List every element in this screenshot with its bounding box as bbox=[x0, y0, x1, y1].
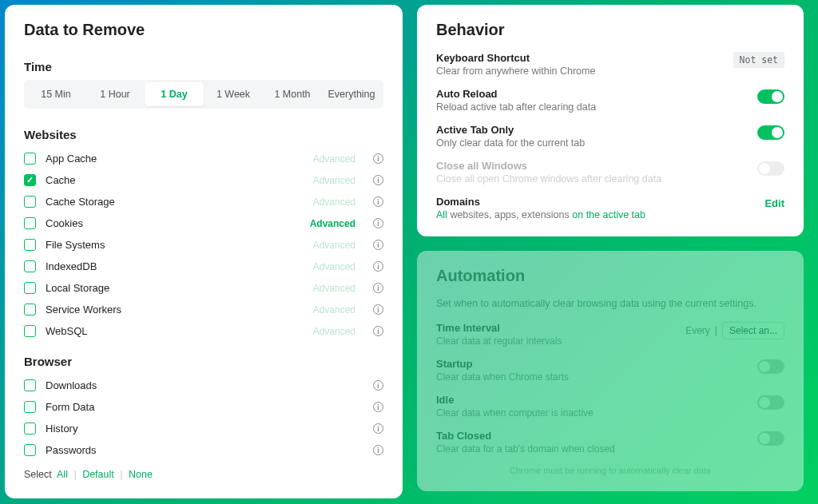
option-label: Cache bbox=[46, 174, 304, 186]
automation-panel: Automation Set when to automatically cle… bbox=[417, 251, 804, 491]
keyboard-shortcut-row: Keyboard Shortcut Clear from anywhere wi… bbox=[436, 52, 784, 77]
info-icon[interactable]: i bbox=[373, 283, 383, 293]
select-none-link[interactable]: None bbox=[129, 469, 153, 480]
checkbox[interactable] bbox=[24, 239, 36, 251]
time-section-label: Time bbox=[24, 60, 383, 73]
checkbox[interactable] bbox=[24, 196, 36, 208]
advanced-tag: Advanced bbox=[313, 283, 355, 294]
info-icon[interactable]: i bbox=[373, 196, 383, 207]
time-option-1-hour[interactable]: 1 Hour bbox=[85, 82, 145, 106]
checkbox[interactable] bbox=[24, 260, 36, 272]
idle-title: Idle bbox=[436, 394, 749, 406]
website-option-websql: WebSQLAdvancedi bbox=[24, 320, 383, 342]
info-icon[interactable]: i bbox=[373, 218, 383, 228]
tab-closed-row: Tab Closed Clear data for a tab's domain… bbox=[436, 430, 784, 454]
active-tab-row: Active Tab Only Only clear data for the … bbox=[436, 124, 784, 149]
behavior-title: Behavior bbox=[436, 21, 784, 39]
checkbox[interactable] bbox=[24, 325, 36, 337]
close-windows-toggle bbox=[757, 161, 784, 176]
info-icon[interactable]: i bbox=[373, 445, 383, 455]
websites-section-label: Websites bbox=[24, 128, 383, 141]
website-option-app-cache: App CacheAdvancedi bbox=[24, 148, 383, 169]
time-interval-sub: Clear data at regular intervals bbox=[436, 335, 677, 347]
checkbox[interactable] bbox=[24, 379, 36, 391]
websites-list: App CacheAdvancediCacheAdvancediCache St… bbox=[24, 148, 383, 342]
startup-toggle[interactable] bbox=[757, 359, 784, 374]
option-label: File Systems bbox=[46, 239, 304, 251]
info-icon[interactable]: i bbox=[373, 326, 383, 336]
close-windows-row: Close all Windows Close all open Chrome … bbox=[436, 160, 784, 185]
advanced-tag: Advanced bbox=[313, 304, 355, 315]
checkbox[interactable] bbox=[24, 444, 36, 456]
close-windows-sub: Close all open Chrome windows after clea… bbox=[436, 173, 749, 185]
time-interval-title: Time Interval bbox=[436, 322, 677, 334]
active-tab-sub: Only clear data for the current tab bbox=[436, 137, 749, 149]
option-label: Local Storage bbox=[46, 282, 304, 294]
website-option-cache: CacheAdvancedi bbox=[24, 169, 383, 191]
advanced-tag: Advanced bbox=[313, 326, 355, 337]
time-option-1-week[interactable]: 1 Week bbox=[204, 82, 263, 106]
automation-title: Automation bbox=[436, 267, 784, 285]
time-option-everything[interactable]: Everything bbox=[322, 82, 381, 106]
info-icon[interactable]: i bbox=[373, 304, 383, 315]
keyboard-shortcut-sub: Clear from anywhere within Chrome bbox=[436, 65, 725, 77]
keyboard-shortcut-title: Keyboard Shortcut bbox=[436, 52, 725, 64]
time-interval-row: Time Interval Clear data at regular inte… bbox=[436, 322, 784, 347]
browser-option-history: Historyi bbox=[24, 418, 383, 439]
startup-sub: Clear data when Chrome starts bbox=[436, 371, 749, 383]
option-label: Form Data bbox=[46, 401, 363, 413]
browser-option-form-data: Form Datai bbox=[24, 396, 383, 418]
domains-sub: All websites, apps, extensions on the ac… bbox=[436, 209, 756, 220]
startup-row: Startup Clear data when Chrome starts bbox=[436, 358, 784, 383]
domains-title: Domains bbox=[436, 196, 756, 208]
browser-list: DownloadsiForm DataiHistoryiPasswordsi bbox=[24, 375, 383, 461]
advanced-tag: Advanced bbox=[313, 261, 355, 272]
auto-reload-title: Auto Reload bbox=[436, 88, 749, 100]
advanced-tag: Advanced bbox=[313, 175, 355, 186]
info-icon[interactable]: i bbox=[373, 380, 383, 391]
time-option-15-min[interactable]: 15 Min bbox=[26, 82, 85, 106]
time-range-segmented: 15 Min1 Hour1 Day1 Week1 MonthEverything bbox=[24, 80, 383, 109]
panel-title: Data to Remove bbox=[24, 21, 383, 39]
website-option-service-workers: Service WorkersAdvancedi bbox=[24, 299, 383, 320]
website-option-indexeddb: IndexedDBAdvancedi bbox=[24, 256, 383, 277]
interval-select[interactable]: Select an... bbox=[722, 322, 784, 339]
info-icon[interactable]: i bbox=[373, 402, 383, 412]
select-label: Select bbox=[24, 469, 52, 480]
select-all-link[interactable]: All bbox=[57, 469, 68, 480]
option-label: History bbox=[46, 423, 363, 435]
option-label: WebSQL bbox=[46, 325, 304, 337]
keyboard-shortcut-badge[interactable]: Not set bbox=[733, 52, 784, 68]
option-label: Downloads bbox=[46, 379, 363, 391]
checkbox[interactable] bbox=[24, 304, 36, 315]
checkbox[interactable] bbox=[24, 282, 36, 294]
checkbox[interactable] bbox=[24, 217, 36, 229]
time-option-1-month[interactable]: 1 Month bbox=[263, 82, 322, 106]
browser-option-downloads: Downloadsi bbox=[24, 375, 383, 396]
checkbox[interactable] bbox=[24, 153, 36, 165]
time-option-1-day[interactable]: 1 Day bbox=[145, 82, 204, 106]
select-default-link[interactable]: Default bbox=[82, 469, 114, 480]
browser-section-label: Browser bbox=[24, 355, 383, 368]
checkbox[interactable] bbox=[24, 174, 36, 186]
info-icon[interactable]: i bbox=[373, 261, 383, 272]
info-icon[interactable]: i bbox=[373, 240, 383, 250]
domains-edit-link[interactable]: Edit bbox=[764, 197, 784, 209]
auto-reload-toggle[interactable] bbox=[757, 89, 784, 104]
option-label: Cache Storage bbox=[46, 196, 304, 208]
advanced-tag: Advanced bbox=[313, 240, 355, 251]
domains-row: Domains All websites, apps, extensions o… bbox=[436, 196, 784, 220]
info-icon[interactable]: i bbox=[373, 153, 383, 164]
active-tab-toggle[interactable] bbox=[757, 125, 784, 140]
info-icon[interactable]: i bbox=[373, 423, 383, 434]
info-icon[interactable]: i bbox=[373, 175, 383, 185]
auto-reload-row: Auto Reload Reload active tab after clea… bbox=[436, 88, 784, 113]
checkbox[interactable] bbox=[24, 423, 36, 435]
tab-closed-toggle[interactable] bbox=[757, 431, 784, 446]
automation-subtitle: Set when to automatically clear browsing… bbox=[436, 298, 784, 309]
website-option-file-systems: File SystemsAdvancedi bbox=[24, 234, 383, 256]
option-label: IndexedDB bbox=[46, 260, 304, 272]
idle-toggle[interactable] bbox=[757, 395, 784, 410]
checkbox[interactable] bbox=[24, 401, 36, 413]
data-to-remove-panel: Data to Remove Time 15 Min1 Hour1 Day1 W… bbox=[5, 5, 403, 498]
